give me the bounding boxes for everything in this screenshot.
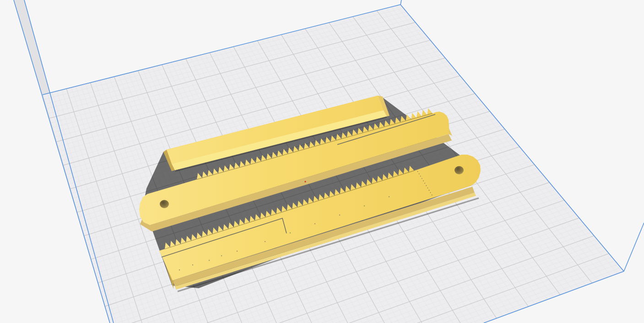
engraved-dot [265, 241, 265, 242]
screw-hole [455, 166, 464, 174]
engraved-dot [389, 196, 390, 197]
engraved-dot [209, 260, 210, 261]
engraved-dot [290, 232, 291, 233]
engraved-dot [314, 223, 315, 224]
engraved-dot [221, 255, 222, 256]
build-volume-edge [400, 0, 401, 5]
build-volume-edge [624, 223, 644, 271]
engraved-dot [339, 215, 340, 215]
viewport-3d[interactable] [0, 0, 644, 323]
engraved-dot [237, 251, 238, 252]
scene-canvas[interactable] [0, 0, 644, 323]
engraved-dot [364, 205, 365, 206]
engraved-dot [179, 269, 180, 270]
screw-hole [160, 200, 169, 208]
engraved-dot [192, 264, 193, 265]
error-marker-dot [304, 181, 306, 182]
